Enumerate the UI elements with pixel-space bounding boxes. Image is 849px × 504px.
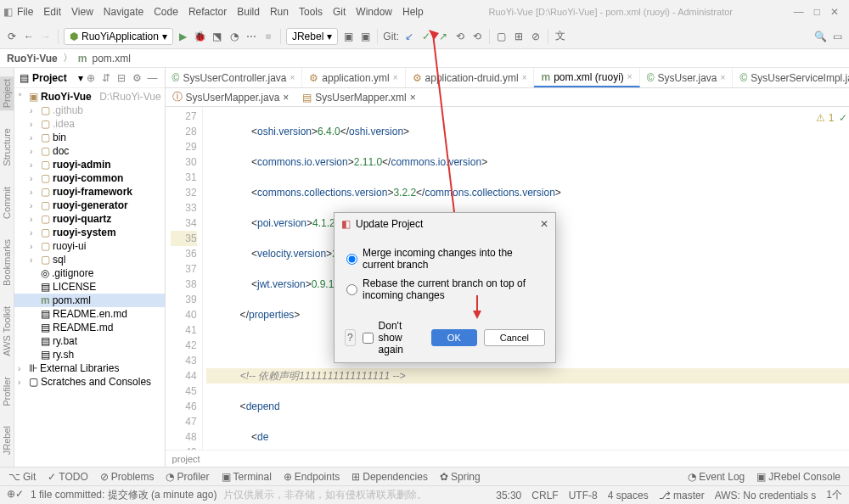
expand-all-icon[interactable]: ⇵	[102, 72, 114, 84]
tool-problems[interactable]: ⊘ Problems	[95, 469, 160, 484]
dialog-close-icon[interactable]: ✕	[540, 218, 548, 230]
dont-show-checkbox[interactable]	[363, 333, 374, 344]
tool-todo[interactable]: ✓ TODO	[42, 469, 93, 484]
breadcrumb-file[interactable]: pom.xml	[92, 53, 130, 64]
tree-item[interactable]: bin	[53, 132, 66, 143]
ide-icon[interactable]: ⊞	[512, 30, 526, 43]
git-update-icon[interactable]: ↙	[402, 30, 416, 43]
menu-run[interactable]: Run	[266, 4, 293, 20]
tree-root[interactable]: RuoYi-Vue	[41, 91, 92, 103]
debug-icon[interactable]: 🐞	[194, 30, 207, 43]
hide-icon[interactable]: —	[148, 72, 160, 84]
jrebel-combo[interactable]: JRebel ▾	[286, 28, 338, 45]
minimize-icon[interactable]: —	[794, 6, 804, 18]
sync-icon[interactable]: ⟳	[5, 30, 19, 43]
menu-window[interactable]: Window	[351, 4, 396, 20]
tab-application-druid[interactable]: ⚙application-druid.yml×	[406, 68, 535, 87]
tool-profiler[interactable]: ◔ Profiler	[160, 469, 214, 484]
gear-icon[interactable]: ⚙	[132, 72, 144, 84]
menu-help[interactable]: Help	[398, 4, 428, 20]
menu-file[interactable]: File	[13, 4, 37, 20]
jrebel-run-icon[interactable]: ▣	[341, 30, 355, 43]
menu-code[interactable]: Code	[149, 4, 183, 20]
ok-button[interactable]: OK	[431, 329, 477, 346]
tree-scratches[interactable]: Scratches and Consoles	[41, 376, 151, 388]
tree-item[interactable]: ry.sh	[53, 349, 74, 361]
search-icon[interactable]: 🔍	[813, 30, 827, 43]
status-pos[interactable]: 35:30	[496, 490, 521, 501]
tree-item[interactable]: .gitignore	[52, 267, 93, 279]
git-rollback-icon[interactable]: ⟲	[470, 30, 484, 43]
menu-tools[interactable]: Tools	[295, 4, 327, 20]
back-icon[interactable]: ←	[22, 30, 36, 43]
rebase-option[interactable]: Rebase the current branch on top of inco…	[346, 274, 543, 305]
tool-spring[interactable]: ✿ Spring	[435, 469, 486, 484]
tree-item[interactable]: ruoyi-system	[53, 227, 116, 238]
toolwindow-project[interactable]: Project	[0, 76, 14, 110]
tree-item[interactable]: ruoyi-framework	[53, 186, 132, 198]
toolwindow-bookmarks[interactable]: Bookmarks	[0, 237, 14, 288]
rebase-radio[interactable]	[346, 284, 357, 295]
tool-jrebelconsole[interactable]: ▣ JRebel Console	[751, 469, 846, 484]
inspection-widget[interactable]: ⚠ 1 ✓ 10 ︿ ˅	[816, 110, 849, 125]
menu-edit[interactable]: Edit	[39, 4, 65, 20]
select-opened-icon[interactable]: ⊕	[87, 72, 98, 84]
status-aws[interactable]: AWS: No credentials s	[715, 490, 817, 501]
run-icon[interactable]: ▶	[177, 30, 190, 43]
tab-sysuser[interactable]: ©SysUser.java×	[640, 68, 734, 87]
tool-eventlog[interactable]: ◔ Event Log	[683, 469, 750, 484]
jrebel-debug-icon[interactable]: ▣	[358, 30, 372, 43]
project-tree[interactable]: ˅▣RuoYi-Vue D:\RuoYi-Vue ›▢.github ›▢.id…	[14, 88, 165, 467]
close-icon[interactable]: ✕	[830, 6, 839, 18]
menu-git[interactable]: Git	[329, 4, 350, 20]
block-icon[interactable]: ⊘	[529, 30, 543, 43]
tool-endpoints[interactable]: ⊕ Endpoints	[278, 469, 345, 484]
chevron-down-icon[interactable]: ▾	[78, 72, 83, 84]
tree-external-libs[interactable]: External Libraries	[40, 362, 119, 374]
tab-sysusercontroller[interactable]: ©SysUserController.java×	[166, 68, 303, 87]
forward-icon[interactable]: →	[39, 30, 53, 43]
inspection-ok[interactable]: ✓ 10	[839, 112, 849, 124]
tree-item[interactable]: doc	[53, 145, 69, 157]
coverage-icon[interactable]: ⬔	[211, 30, 224, 43]
translate-icon[interactable]: 文	[554, 30, 567, 43]
tab-pom[interactable]: mpom.xml (ruoyi)×	[534, 68, 639, 87]
tree-item[interactable]: ruoyi-quartz	[53, 213, 111, 225]
git-history-icon[interactable]: ⟲	[453, 30, 467, 43]
tool-git[interactable]: ⌥ Git	[3, 469, 41, 484]
toolwindow-structure[interactable]: Structure	[0, 126, 14, 169]
menu-refactor[interactable]: Refactor	[184, 4, 231, 20]
stop-icon[interactable]: ■	[261, 30, 275, 43]
tab-sysuserserviceimpl[interactable]: ©SysUserServiceImpl.java×	[733, 68, 849, 87]
cancel-button[interactable]: Cancel	[484, 329, 545, 346]
tool-dependencies[interactable]: ⊞ Dependencies	[346, 469, 433, 484]
tree-item[interactable]: .github	[53, 104, 83, 116]
menu-view[interactable]: View	[67, 4, 98, 20]
tree-item[interactable]: README.md	[53, 322, 113, 333]
status-encoding[interactable]: UTF-8	[569, 490, 598, 501]
tree-item[interactable]: ruoyi-admin	[53, 159, 111, 171]
toolwindow-commit[interactable]: Commit	[0, 184, 14, 221]
tree-item[interactable]: ry.bat	[53, 335, 77, 347]
tree-item[interactable]: sql	[53, 254, 65, 266]
status-crlf[interactable]: CRLF	[531, 490, 558, 501]
tree-item[interactable]: ruoyi-common	[53, 172, 123, 184]
tree-item[interactable]: README.en.md	[53, 308, 127, 320]
stop-all-icon[interactable]: ▢	[495, 30, 509, 43]
run-config-combo[interactable]: ⬢ RuoYiApplication ▾	[64, 28, 173, 45]
status-indent[interactable]: 4 spaces	[608, 490, 649, 501]
merge-radio[interactable]	[346, 254, 357, 265]
merge-option[interactable]: Merge incoming changes into the current …	[346, 244, 543, 274]
attach-icon[interactable]: ⋯	[245, 30, 258, 43]
tree-item[interactable]: LICENSE	[53, 281, 96, 293]
menu-navigate[interactable]: Navigate	[99, 4, 148, 20]
tree-item-pom[interactable]: pom.xml	[53, 294, 91, 306]
toolwindow-awstoolkit[interactable]: AWS Toolkit	[0, 304, 14, 359]
status-branch[interactable]: ⎇ master	[659, 490, 705, 501]
tab-application-yml[interactable]: ⚙application.yml×	[302, 68, 405, 87]
dont-show-option[interactable]: Don't show again	[363, 320, 418, 356]
tree-item[interactable]: ruoyi-ui	[53, 240, 86, 252]
maximize-icon[interactable]: □	[814, 6, 820, 18]
inspection-warnings[interactable]: ⚠ 1	[816, 112, 834, 124]
tool-terminal[interactable]: ▣ Terminal	[216, 469, 277, 484]
